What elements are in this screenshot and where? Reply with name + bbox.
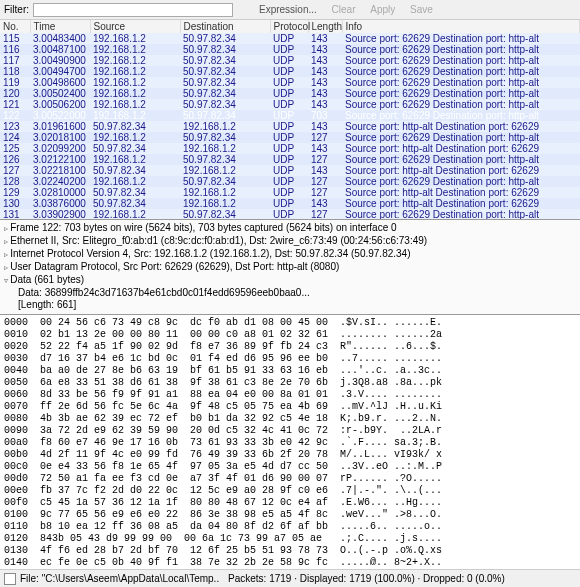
packet-row[interactable]: 1243.02018100192.168.1.250.97.82.34UDP12… (0, 132, 580, 143)
detail-data[interactable]: Data (661 bytes) (4, 274, 576, 287)
save-link[interactable]: Save (410, 4, 433, 15)
col-src[interactable]: Source (90, 20, 180, 33)
col-dst[interactable]: Destination (180, 20, 270, 33)
packet-row[interactable]: 1213.00506200192.168.1.250.97.82.34UDP14… (0, 99, 580, 110)
packet-row[interactable]: 1183.00494700192.168.1.250.97.82.34UDP14… (0, 66, 580, 77)
packet-row[interactable]: 1203.00502400192.168.1.250.97.82.34UDP14… (0, 88, 580, 99)
packet-row[interactable]: 1193.00498600192.168.1.250.97.82.34UDP14… (0, 77, 580, 88)
packet-row[interactable]: 1313.03902900192.168.1.250.97.82.34UDP12… (0, 209, 580, 220)
status-file: File: "C:\Users\Aseem\AppData\Local\Temp… (20, 573, 220, 584)
detail-eth[interactable]: Ethernet II, Src: Elitegro_f0:ab:d1 (c8:… (4, 235, 576, 248)
clear-link[interactable]: Clear (332, 4, 356, 15)
packet-row[interactable]: 1253.0209920050.97.82.34192.168.1.2UDP14… (0, 143, 580, 154)
file-icon (4, 573, 16, 585)
packet-row[interactable]: 1153.00483400192.168.1.250.97.82.34UDP14… (0, 33, 580, 44)
hex-view[interactable]: 0000 00 24 56 c6 73 49 c8 9c dc f0 ab d1… (0, 315, 580, 565)
packet-list[interactable]: No. Time Source Destination Protocol Len… (0, 20, 580, 220)
detail-udp[interactable]: User Datagram Protocol, Src Port: 62629 … (4, 261, 576, 274)
filter-label: Filter: (4, 4, 29, 15)
detail-data-len[interactable]: [Length: 661] (4, 299, 576, 311)
packet-row[interactable]: 1163.00487100192.168.1.250.97.82.34UDP14… (0, 44, 580, 55)
status-packets: Packets: 1719 · Displayed: 1719 (100.0%)… (228, 573, 505, 584)
col-info[interactable]: Info (342, 20, 580, 33)
filter-input[interactable] (33, 3, 233, 17)
packet-row[interactable]: 1233.0196160050.97.82.34192.168.1.2UDP14… (0, 121, 580, 132)
packet-details[interactable]: Frame 122: 703 bytes on wire (5624 bits)… (0, 220, 580, 315)
packet-row[interactable]: 1263.02122100192.168.1.250.97.82.34UDP12… (0, 154, 580, 165)
packet-row[interactable]: 1273.0221810050.97.82.34192.168.1.2UDP14… (0, 165, 580, 176)
col-no[interactable]: No. (0, 20, 30, 33)
packet-row[interactable]: 1293.0281000050.97.82.34192.168.1.2UDP12… (0, 187, 580, 198)
col-proto[interactable]: Protocol (270, 20, 308, 33)
detail-ip[interactable]: Internet Protocol Version 4, Src: 192.16… (4, 248, 576, 261)
detail-data-hex[interactable]: Data: 36899ffb24c3d71637b4e61cbd0c01f4ed… (4, 287, 576, 299)
packet-row[interactable]: 1303.0387600050.97.82.34192.168.1.2UDP14… (0, 198, 580, 209)
packet-header-row: No. Time Source Destination Protocol Len… (0, 20, 580, 33)
filter-toolbar: Filter: Expression... Clear Apply Save (0, 0, 580, 20)
packet-row[interactable]: 1173.00490900192.168.1.250.97.82.34UDP14… (0, 55, 580, 66)
status-bar: File: "C:\Users\Aseem\AppData\Local\Temp… (0, 569, 580, 587)
expression-link[interactable]: Expression... (259, 4, 317, 15)
col-len[interactable]: Length (308, 20, 342, 33)
col-time[interactable]: Time (30, 20, 90, 33)
detail-frame[interactable]: Frame 122: 703 bytes on wire (5624 bits)… (4, 222, 576, 235)
packet-row[interactable]: 1283.02240200192.168.1.250.97.82.34UDP12… (0, 176, 580, 187)
apply-link[interactable]: Apply (370, 4, 395, 15)
packet-row[interactable]: 1223.00522000192.168.1.250.97.82.34UDP70… (0, 110, 580, 121)
